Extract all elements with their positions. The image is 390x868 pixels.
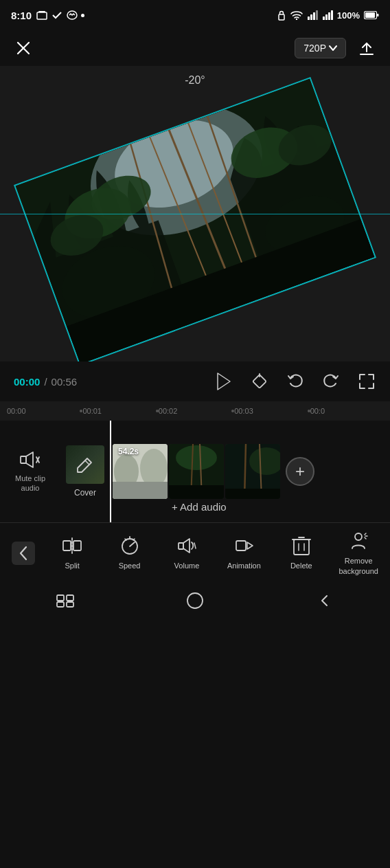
status-time: 8:10 [11,10,84,21]
tool-remove-background[interactable]: Remove background [339,530,378,576]
svg-rect-76 [57,602,64,607]
rotation-angle-label: -20° [185,74,205,86]
tool-delete[interactable]: Delete [282,535,321,570]
timeline-area: Mute clip audio Cover 54.2s [0,421,390,522]
clip-thumbnail-1[interactable]: 54.2s [113,444,168,499]
svg-rect-6 [310,14,312,20]
home-icon [186,592,204,610]
remove-background-icon [347,530,369,552]
redo-button[interactable] [321,372,341,391]
mute-clip-button[interactable] [20,450,41,469]
clip-thumbnail-3[interactable] [225,444,280,499]
clip-duration: 54.2s [118,447,139,456]
svg-rect-49 [169,485,224,499]
ruler-time-2: 00:02 [159,407,178,415]
nav-back-icon [317,593,332,608]
ruler-mark-1: 00:01 [82,407,155,415]
svg-rect-0 [37,12,47,19]
close-icon [16,41,31,56]
ruler-mark-2: 00:02 [159,407,231,415]
signal2-icon [322,10,333,20]
delete-label: Delete [290,561,312,570]
video-frame-content [16,79,375,361]
svg-point-71 [355,533,362,540]
lock-icon [277,10,286,21]
status-icons [36,10,84,20]
svg-rect-55 [63,541,71,550]
ruler-time-3: 00:03 [234,407,253,415]
rotate-button[interactable] [250,372,269,391]
svg-line-60 [130,542,135,546]
svg-rect-11 [328,12,330,20]
tool-speed[interactable]: Speed [110,535,150,570]
cover-edit-icon [75,456,95,474]
split-label: Split [65,561,79,570]
clip-preview-3 [225,444,280,499]
undo-button[interactable] [286,372,305,391]
svg-marker-66 [247,542,253,549]
svg-line-64 [194,543,196,548]
playhead[interactable] [110,421,111,522]
mute-icon [20,450,41,469]
signal-icon [307,10,318,20]
svg-point-43 [140,449,168,487]
mute-clip-label: Mute clip audio [15,474,45,493]
tool-volume[interactable]: Volume [167,535,207,570]
ruler-mark-0: 00:00 [7,407,80,415]
fullscreen-button[interactable] [357,372,376,391]
time-display: 8:10 [11,10,32,21]
wifi-icon [290,10,303,20]
check-icon [51,10,63,20]
messenger-icon [66,10,78,20]
cover-thumbnail [66,445,104,484]
rotation-indicator: -20° [185,74,205,87]
video-preview-area: -20° [0,66,390,361]
svg-line-40 [85,460,89,465]
svg-rect-7 [313,12,315,20]
add-audio-label: + Add audio [172,501,227,513]
animation-label: Animation [227,561,261,570]
time-separator: / [44,376,47,388]
tool-split[interactable]: Split [52,535,92,570]
svg-rect-78 [67,602,73,607]
status-bar: 8:10 [0,0,390,30]
undo-icon [286,372,304,390]
upload-button[interactable] [354,36,379,60]
toolbar-back-button[interactable] [12,542,35,565]
cover-label: Cover [74,488,96,498]
bottom-toolbar: Split Speed Volume [0,522,390,583]
video-frame[interactable] [14,77,376,361]
nav-back-button[interactable] [308,583,342,618]
total-time: 00:56 [51,376,78,388]
svg-rect-15 [377,14,379,16]
volume-icon [176,535,198,557]
clip-strip[interactable]: 54.2s [113,444,314,499]
add-clip-button[interactable]: + [286,457,314,486]
svg-marker-34 [218,373,230,390]
tool-animation[interactable]: Animation [224,535,264,570]
add-clip-label: + [295,463,305,480]
svg-rect-9 [323,16,325,20]
ruler-time-1: 00:01 [82,407,102,415]
fullscreen-icon [358,372,376,390]
ruler-time-0: 00:00 [7,407,26,415]
bottom-navigation [0,583,390,619]
resolution-button[interactable]: 720P [295,38,346,58]
delete-icon [290,535,312,557]
clip-thumbnail-2[interactable] [169,444,224,499]
close-button[interactable] [11,36,36,60]
resolution-label: 720P [303,43,326,54]
play-button[interactable] [214,372,233,391]
svg-rect-63 [179,543,183,549]
dropdown-chevron-icon [329,45,337,51]
nav-home-button[interactable] [178,583,212,618]
rotate-icon [250,372,269,391]
mute-clip-area: Mute clip audio [0,450,60,493]
add-audio-row[interactable]: + Add audio [172,501,227,513]
svg-rect-12 [331,10,333,20]
svg-point-79 [187,593,203,608]
nav-recent-apps-button[interactable] [48,583,82,618]
battery-percent: 100% [337,10,360,21]
cover-area[interactable]: Cover [60,445,110,498]
ruler-mark-3: 00:03 [234,407,307,415]
